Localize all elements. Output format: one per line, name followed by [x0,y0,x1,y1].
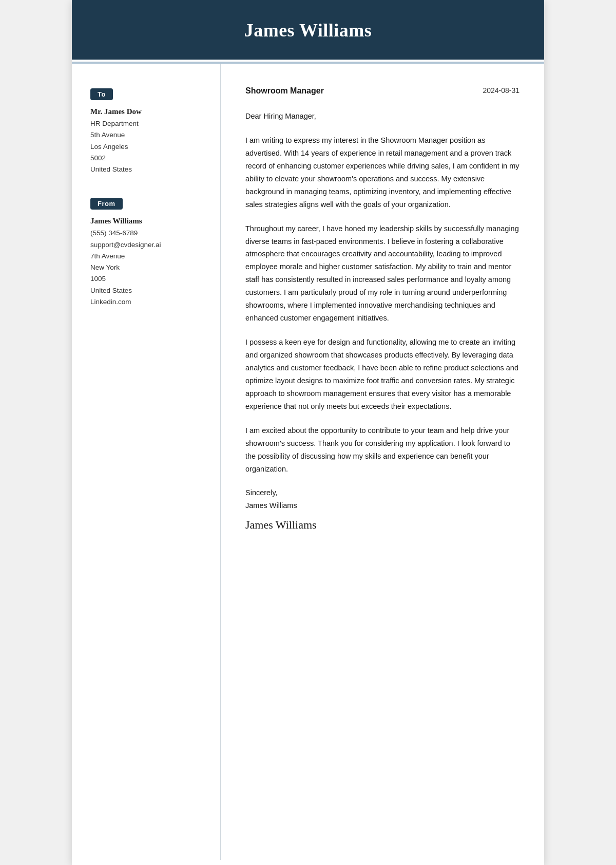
main-content: Showroom Manager 2024-08-31 Dear Hiring … [221,64,544,860]
to-line1: HR Department [90,120,139,127]
closing-line2: James Williams [245,499,519,512]
signature: James Williams [245,515,519,535]
sidebar: To Mr. James Dow HR Department 5th Avenu… [72,64,221,860]
to-line4: 5002 [90,154,106,162]
letter-closing: Sincerely, James Williams James Williams [245,486,519,535]
from-line4: United States [90,287,132,294]
letter-body: Dear Hiring Manager, I am writing to exp… [245,110,519,535]
from-email: support@cvdesigner.ai [90,241,161,249]
from-line5: Linkedin.com [90,298,131,306]
from-badge: From [90,198,123,210]
letter-paragraph2: Throughout my career, I have honed my le… [245,222,519,325]
from-section: From James Williams (555) 345-6789 suppo… [90,198,204,308]
page: James Williams To Mr. James Dow HR Depar… [72,0,544,865]
header-name: James Williams [92,20,524,41]
to-section: To Mr. James Dow HR Department 5th Avenu… [90,88,204,175]
letter-header-row: Showroom Manager 2024-08-31 [245,86,519,96]
to-line2: 5th Avenue [90,131,125,139]
from-line3: 1005 [90,275,106,283]
to-line5: United States [90,165,132,173]
to-details: HR Department 5th Avenue Los Angeles 500… [90,118,204,175]
job-title: Showroom Manager [245,86,324,96]
from-line1: 7th Avenue [90,252,125,260]
to-line3: Los Angeles [90,143,128,151]
closing-line1: Sincerely, [245,486,519,499]
letter-paragraph3: I possess a keen eye for design and func… [245,336,519,413]
from-details: (555) 345-6789 support@cvdesigner.ai 7th… [90,228,204,308]
from-line2: New York [90,264,120,271]
letter-date: 2024-08-31 [483,86,519,95]
header: James Williams [72,0,544,60]
from-name: James Williams [90,217,204,225]
to-name: Mr. James Dow [90,107,204,116]
letter-salutation: Dear Hiring Manager, [245,110,519,123]
from-phone: (555) 345-6789 [90,229,138,237]
to-badge: To [90,88,113,100]
letter-paragraph1: I am writing to express my interest in t… [245,134,519,211]
body-layout: To Mr. James Dow HR Department 5th Avenu… [72,64,544,860]
letter-paragraph4: I am excited about the opportunity to co… [245,424,519,476]
